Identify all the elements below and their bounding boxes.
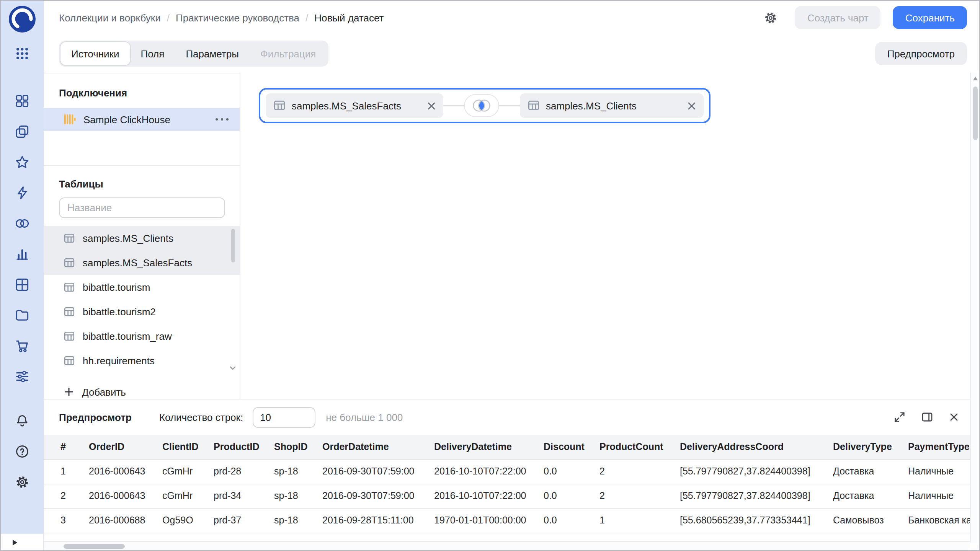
cell: 2016-000688 <box>89 508 162 533</box>
apps-grid-icon[interactable] <box>15 46 30 61</box>
table-item-label: bibattle.tourism_raw <box>83 330 172 342</box>
cell: 1970-01-01T00:00:00 <box>434 508 544 533</box>
lightning-icon[interactable] <box>15 185 30 201</box>
preview-table: # OrderID ClientID ProductID ShopID Orde… <box>44 435 970 533</box>
panel-position-icon[interactable] <box>921 411 933 423</box>
table-item-tourism[interactable]: bibattle.tourism <box>44 275 240 299</box>
cart-icon[interactable] <box>15 338 30 354</box>
horizontal-scrollbar-thumb[interactable] <box>64 544 125 549</box>
table-icon <box>64 330 75 342</box>
preview-actions <box>893 411 959 423</box>
sources-content: Подключения Sample ClickHouse Таблицы <box>44 73 979 399</box>
add-table-label: Добавить <box>82 386 126 398</box>
sidebar-collapse-button[interactable] <box>1 533 44 550</box>
cell: 2 <box>599 459 680 484</box>
venn-icon[interactable] <box>15 216 30 231</box>
source-chip-label: samples.MS_SalesFacts <box>292 100 401 111</box>
cell: [55.797790827,37.824400398] <box>680 484 833 508</box>
cell: 2016-000643 <box>89 459 162 484</box>
source-chip-clients[interactable]: samples.MS_Clients <box>520 93 704 118</box>
source-chip-salesfacts[interactable]: samples.MS_SalesFacts <box>266 93 443 118</box>
collapse-icon <box>10 538 19 547</box>
breadcrumb-collections[interactable]: Коллекции и воркбуки <box>59 12 161 23</box>
chevron-down-icon[interactable] <box>228 364 237 373</box>
connection-more-icon[interactable] <box>215 118 229 121</box>
gear-icon[interactable] <box>15 474 30 490</box>
table-item-label: bibattle.tourism <box>83 281 150 293</box>
cell: cGmHr <box>162 484 214 508</box>
table-item-ms-salesfacts[interactable]: samples.MS_SalesFacts <box>44 250 240 275</box>
cell: 3 <box>44 508 89 533</box>
column-header: ProductID <box>214 435 274 459</box>
join-type-button[interactable] <box>464 94 499 117</box>
breadcrumb: Коллекции и воркбуки / Практические руко… <box>59 12 384 23</box>
workbooks-icon[interactable] <box>15 93 30 109</box>
app-sidebar <box>1 1 44 550</box>
cell: 2 <box>599 484 680 508</box>
cell: 2 <box>44 484 89 508</box>
cell: cGmHr <box>162 459 214 484</box>
plus-icon <box>64 386 74 397</box>
sources-left-panel: Подключения Sample ClickHouse Таблицы <box>44 73 240 399</box>
breadcrumb-guides[interactable]: Практические руководства <box>176 12 299 23</box>
close-icon[interactable] <box>949 412 959 422</box>
vertical-scrollbar[interactable] <box>970 73 979 543</box>
bell-icon[interactable] <box>15 413 30 429</box>
create-chart-button[interactable]: Создать чарт <box>795 6 881 29</box>
table-icon <box>273 99 286 112</box>
table-item-ms-clients[interactable]: samples.MS_Clients <box>44 226 240 250</box>
column-header: ProductCount <box>599 435 680 459</box>
help-icon[interactable] <box>15 444 30 459</box>
expand-icon[interactable] <box>893 411 906 423</box>
row-count-input[interactable] <box>252 407 315 427</box>
table-row: 3 2016-000688 Og59O prd-37 sp-18 2016-09… <box>44 508 970 533</box>
bar-chart-icon[interactable] <box>15 246 30 262</box>
tab-parameters[interactable]: Параметры <box>175 42 250 65</box>
cell: 0.0 <box>544 484 599 508</box>
source-chip-label: samples.MS_Clients <box>546 100 637 111</box>
datalens-logo[interactable] <box>8 5 36 33</box>
column-header: PaymentType <box>908 435 970 459</box>
page-header: Коллекции и воркбуки / Практические руко… <box>44 1 979 34</box>
cell: Наличные <box>908 484 970 508</box>
cell: Og59O <box>162 508 214 533</box>
tables-list-scrollbar[interactable] <box>231 229 235 262</box>
preview-toggle-button[interactable]: Предпросмотр <box>875 42 967 65</box>
connection-name: Sample ClickHouse <box>83 114 170 125</box>
table-item-label: samples.MS_Clients <box>83 232 173 244</box>
breadcrumb-current: Новый датасет <box>314 12 384 23</box>
dataset-settings-gear-icon[interactable] <box>764 10 778 25</box>
vertical-scrollbar-thumb[interactable] <box>973 86 978 140</box>
layers-icon[interactable] <box>15 124 30 139</box>
join-connector-line <box>443 105 467 106</box>
tab-fields[interactable]: Поля <box>130 42 175 65</box>
table-grid-icon[interactable] <box>15 277 30 292</box>
remove-source-icon[interactable] <box>427 101 436 110</box>
connection-item-sample-clickhouse[interactable]: Sample ClickHouse <box>44 108 240 131</box>
cell: [55.680565239,37.773353441] <box>680 508 833 533</box>
table-item-tourism-raw[interactable]: bibattle.tourism_raw <box>44 324 240 348</box>
table-item-label: samples.MS_SalesFacts <box>83 257 192 268</box>
save-button[interactable]: Сохранить <box>893 6 967 29</box>
cell: 2016-10-10T07:22:00 <box>434 459 544 484</box>
table-item-hh-requirements[interactable]: hh.requirements <box>44 348 240 373</box>
tab-sources[interactable]: Источники <box>60 42 130 65</box>
table-search-input[interactable] <box>59 197 225 218</box>
cell: [55.797790827,37.824400398] <box>680 459 833 484</box>
preview-table-wrap: # OrderID ClientID ProductID ShopID Orde… <box>44 435 970 540</box>
join-group: samples.MS_SalesFacts <box>259 88 710 123</box>
table-item-tourism2[interactable]: bibattle.tourism2 <box>44 299 240 324</box>
scroll-up-arrow[interactable] <box>973 77 978 80</box>
remove-source-icon[interactable] <box>688 101 696 110</box>
horizontal-scrollbar[interactable] <box>44 541 970 550</box>
header-actions: Создать чарт Сохранить <box>764 6 967 29</box>
table-icon <box>64 355 75 366</box>
star-icon[interactable] <box>15 155 30 170</box>
folder-icon[interactable] <box>15 308 30 323</box>
sliders-icon[interactable] <box>15 369 30 384</box>
cell: Доставка <box>833 484 908 508</box>
clickhouse-icon <box>64 113 76 126</box>
sources-canvas: samples.MS_SalesFacts <box>241 73 970 399</box>
cell: Банковская карта <box>908 508 970 533</box>
column-header: # <box>44 435 89 459</box>
